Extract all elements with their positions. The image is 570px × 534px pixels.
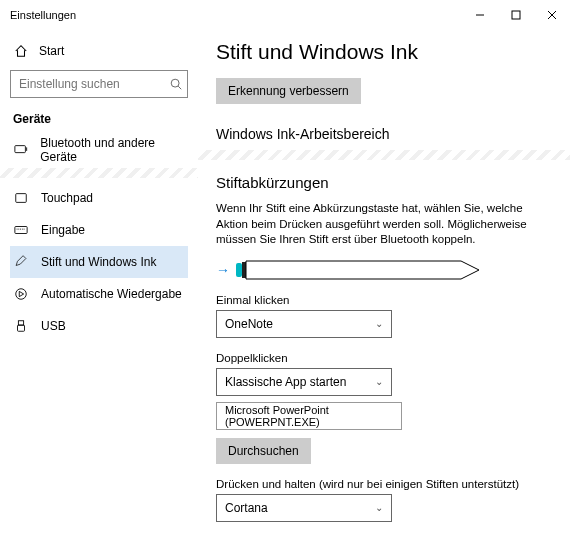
pen-icon (13, 255, 29, 269)
svg-line-5 (178, 86, 181, 89)
shortcuts-description: Wenn Ihr Stift eine Abkürzungstaste hat,… (216, 201, 536, 248)
torn-divider (0, 168, 198, 178)
shortcuts-heading: Stiftabkürzungen (216, 174, 552, 191)
home-link[interactable]: Start (10, 36, 188, 66)
pen-image (236, 260, 481, 280)
svg-rect-13 (18, 325, 25, 331)
svg-rect-8 (16, 194, 27, 203)
search-box[interactable] (10, 70, 188, 98)
search-input[interactable] (19, 77, 169, 91)
svg-rect-12 (18, 321, 23, 325)
home-icon (13, 44, 29, 58)
autoplay-icon (13, 287, 29, 301)
bluetooth-icon (13, 143, 28, 157)
svg-rect-9 (15, 227, 27, 234)
sidebar-item-usb[interactable]: USB (10, 310, 188, 342)
svg-rect-7 (26, 147, 27, 151)
usb-icon (13, 319, 29, 333)
sidebar-item-label: Bluetooth und andere Geräte (40, 136, 188, 164)
close-button[interactable] (534, 0, 570, 30)
improve-recognition-button[interactable]: Erkennung verbessern (216, 78, 361, 104)
chevron-down-icon: ⌄ (375, 502, 383, 513)
maximize-button[interactable] (498, 0, 534, 30)
sidebar-item-label: Touchpad (41, 191, 93, 205)
titlebar: Einstellungen (0, 0, 570, 30)
press-hold-select[interactable]: Cortana ⌄ (216, 494, 392, 522)
svg-rect-15 (242, 262, 246, 278)
sidebar-item-label: USB (41, 319, 66, 333)
select-value: OneNote (225, 317, 273, 331)
touchpad-icon (13, 191, 29, 205)
torn-divider (198, 150, 570, 160)
browse-button[interactable]: Durchsuchen (216, 438, 311, 464)
select-value: Klassische App starten (225, 375, 346, 389)
window-title: Einstellungen (10, 9, 462, 21)
svg-rect-14 (236, 263, 242, 277)
pen-illustration: → (216, 260, 552, 280)
sidebar-item-label: Eingabe (41, 223, 85, 237)
svg-point-11 (16, 289, 27, 300)
arrow-right-icon: → (216, 262, 230, 278)
double-click-label: Doppelklicken (216, 352, 552, 364)
sidebar-item-typing[interactable]: Eingabe (10, 214, 188, 246)
search-icon (169, 77, 183, 91)
click-once-select[interactable]: OneNote ⌄ (216, 310, 392, 338)
minimize-button[interactable] (462, 0, 498, 30)
svg-rect-1 (512, 11, 520, 19)
svg-rect-6 (15, 146, 26, 153)
keyboard-icon (13, 223, 29, 237)
workspace-heading: Windows Ink-Arbeitsbereich (216, 126, 552, 142)
page-title: Stift und Windows Ink (216, 40, 552, 64)
app-path-field[interactable]: Microsoft PowerPoint (POWERPNT.EXE) (216, 402, 402, 430)
select-value: Cortana (225, 501, 268, 515)
press-hold-label: Drücken und halten (wird nur bei einigen… (216, 478, 552, 490)
double-click-select[interactable]: Klassische App starten ⌄ (216, 368, 392, 396)
content-pane: Stift und Windows Ink Erkennung verbesse… (198, 30, 570, 534)
svg-point-4 (171, 79, 179, 87)
sidebar-item-label: Automatische Wiedergabe (41, 287, 182, 301)
home-label: Start (39, 44, 64, 58)
chevron-down-icon: ⌄ (375, 318, 383, 329)
sidebar-item-pen[interactable]: Stift und Windows Ink (10, 246, 188, 278)
sidebar-item-bluetooth[interactable]: Bluetooth und andere Geräte (10, 134, 188, 166)
click-once-label: Einmal klicken (216, 294, 552, 306)
sidebar-item-autoplay[interactable]: Automatische Wiedergabe (10, 278, 188, 310)
chevron-down-icon: ⌄ (375, 376, 383, 387)
sidebar-item-label: Stift und Windows Ink (41, 255, 156, 269)
sidebar: Start Geräte Bluetooth und andere Geräte… (0, 30, 198, 534)
app-path-value: Microsoft PowerPoint (POWERPNT.EXE) (225, 404, 393, 428)
sidebar-item-touchpad[interactable]: Touchpad (10, 182, 188, 214)
category-label: Geräte (10, 106, 188, 134)
